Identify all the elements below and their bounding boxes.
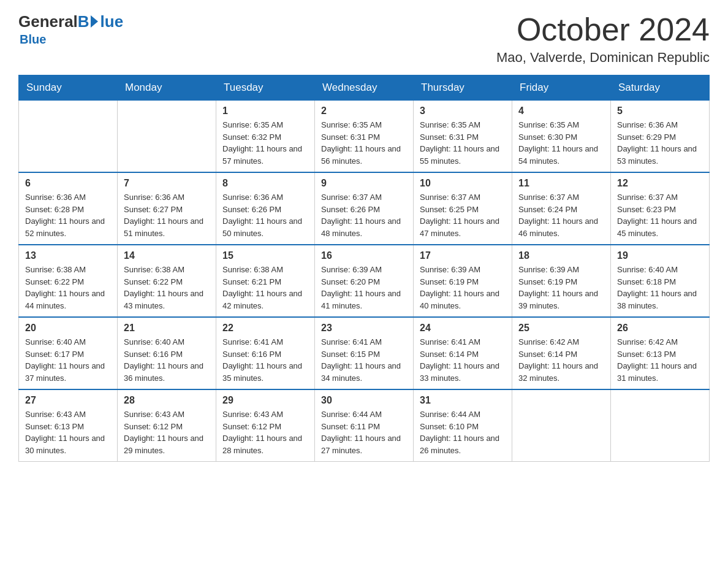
- header-tuesday: Tuesday: [216, 75, 315, 101]
- calendar-cell: 25Sunrise: 6:42 AMSunset: 6:14 PMDayligh…: [512, 317, 611, 389]
- day-number: 28: [124, 395, 210, 406]
- day-number: 20: [25, 323, 111, 334]
- logo-b: B: [78, 12, 89, 31]
- day-info: Sunrise: 6:38 AMSunset: 6:22 PMDaylight:…: [124, 264, 210, 312]
- day-info: Sunrise: 6:35 AMSunset: 6:32 PMDaylight:…: [222, 119, 308, 167]
- day-info: Sunrise: 6:40 AMSunset: 6:17 PMDaylight:…: [25, 336, 111, 384]
- day-info: Sunrise: 6:39 AMSunset: 6:19 PMDaylight:…: [420, 264, 506, 312]
- calendar-cell: 26Sunrise: 6:42 AMSunset: 6:13 PMDayligh…: [611, 317, 710, 389]
- day-number: 11: [518, 178, 604, 189]
- day-number: 9: [321, 178, 407, 189]
- day-number: 29: [222, 395, 308, 406]
- calendar-week-5: 27Sunrise: 6:43 AMSunset: 6:13 PMDayligh…: [19, 389, 710, 462]
- calendar-cell: [118, 101, 216, 173]
- calendar-cell: 1Sunrise: 6:35 AMSunset: 6:32 PMDaylight…: [216, 101, 315, 173]
- day-number: 13: [25, 250, 111, 261]
- day-info: Sunrise: 6:37 AMSunset: 6:23 PMDaylight:…: [617, 191, 703, 239]
- calendar-cell: 31Sunrise: 6:44 AMSunset: 6:10 PMDayligh…: [414, 389, 512, 462]
- day-number: 8: [222, 178, 308, 189]
- calendar-cell: 28Sunrise: 6:43 AMSunset: 6:12 PMDayligh…: [118, 389, 216, 462]
- day-info: Sunrise: 6:44 AMSunset: 6:10 PMDaylight:…: [420, 408, 506, 456]
- calendar-cell: 9Sunrise: 6:37 AMSunset: 6:26 PMDaylight…: [315, 172, 414, 245]
- day-number: 6: [25, 178, 111, 189]
- calendar-cell: [512, 389, 611, 462]
- day-number: 18: [518, 250, 604, 261]
- calendar-cell: 10Sunrise: 6:37 AMSunset: 6:25 PMDayligh…: [414, 172, 512, 245]
- calendar-cell: 11Sunrise: 6:37 AMSunset: 6:24 PMDayligh…: [512, 172, 611, 245]
- calendar-header-row: Sunday Monday Tuesday Wednesday Thursday…: [19, 75, 710, 101]
- calendar-cell: 18Sunrise: 6:39 AMSunset: 6:19 PMDayligh…: [512, 245, 611, 317]
- calendar-cell: 12Sunrise: 6:37 AMSunset: 6:23 PMDayligh…: [611, 172, 710, 245]
- calendar-cell: 7Sunrise: 6:36 AMSunset: 6:27 PMDaylight…: [118, 172, 216, 245]
- day-info: Sunrise: 6:40 AMSunset: 6:16 PMDaylight:…: [124, 336, 210, 384]
- logo: General B lue Blue: [18, 12, 123, 47]
- day-info: Sunrise: 6:41 AMSunset: 6:14 PMDaylight:…: [420, 336, 506, 384]
- day-info: Sunrise: 6:37 AMSunset: 6:26 PMDaylight:…: [321, 191, 407, 239]
- day-number: 7: [124, 178, 210, 189]
- day-info: Sunrise: 6:39 AMSunset: 6:20 PMDaylight:…: [321, 264, 407, 312]
- header-friday: Friday: [512, 75, 611, 101]
- page-header: General B lue Blue October 2024 Mao, Val…: [18, 12, 710, 66]
- logo-blue-word: lue: [100, 12, 124, 31]
- day-info: Sunrise: 6:36 AMSunset: 6:26 PMDaylight:…: [222, 191, 308, 239]
- day-info: Sunrise: 6:42 AMSunset: 6:13 PMDaylight:…: [617, 336, 703, 384]
- calendar-cell: 22Sunrise: 6:41 AMSunset: 6:16 PMDayligh…: [216, 317, 315, 389]
- day-number: 10: [420, 178, 506, 189]
- day-number: 15: [222, 250, 308, 261]
- header-sunday: Sunday: [19, 75, 118, 101]
- logo-arrow-icon: [91, 15, 98, 28]
- day-info: Sunrise: 6:35 AMSunset: 6:31 PMDaylight:…: [321, 119, 407, 167]
- day-info: Sunrise: 6:42 AMSunset: 6:14 PMDaylight:…: [518, 336, 604, 384]
- day-info: Sunrise: 6:43 AMSunset: 6:12 PMDaylight:…: [124, 408, 210, 456]
- day-info: Sunrise: 6:40 AMSunset: 6:18 PMDaylight:…: [617, 264, 703, 312]
- day-info: Sunrise: 6:35 AMSunset: 6:30 PMDaylight:…: [518, 119, 604, 167]
- calendar-cell: 5Sunrise: 6:36 AMSunset: 6:29 PMDaylight…: [611, 101, 710, 173]
- calendar-cell: 17Sunrise: 6:39 AMSunset: 6:19 PMDayligh…: [414, 245, 512, 317]
- day-number: 5: [617, 105, 703, 117]
- day-number: 21: [124, 323, 210, 334]
- calendar-cell: 4Sunrise: 6:35 AMSunset: 6:30 PMDaylight…: [512, 101, 611, 173]
- day-info: Sunrise: 6:36 AMSunset: 6:27 PMDaylight:…: [124, 191, 210, 239]
- calendar-cell: 27Sunrise: 6:43 AMSunset: 6:13 PMDayligh…: [19, 389, 118, 462]
- day-number: 12: [617, 178, 703, 189]
- header-saturday: Saturday: [611, 75, 710, 101]
- day-number: 2: [321, 105, 407, 117]
- calendar-cell: 20Sunrise: 6:40 AMSunset: 6:17 PMDayligh…: [19, 317, 118, 389]
- day-info: Sunrise: 6:37 AMSunset: 6:25 PMDaylight:…: [420, 191, 506, 239]
- calendar-cell: [19, 101, 118, 173]
- day-info: Sunrise: 6:36 AMSunset: 6:28 PMDaylight:…: [25, 191, 111, 239]
- calendar-cell: 13Sunrise: 6:38 AMSunset: 6:22 PMDayligh…: [19, 245, 118, 317]
- day-number: 1: [222, 105, 308, 117]
- calendar-cell: 2Sunrise: 6:35 AMSunset: 6:31 PMDaylight…: [315, 101, 414, 173]
- day-info: Sunrise: 6:44 AMSunset: 6:11 PMDaylight:…: [321, 408, 407, 456]
- calendar-week-4: 20Sunrise: 6:40 AMSunset: 6:17 PMDayligh…: [19, 317, 710, 389]
- day-info: Sunrise: 6:36 AMSunset: 6:29 PMDaylight:…: [617, 119, 703, 167]
- day-number: 23: [321, 323, 407, 334]
- calendar-cell: 3Sunrise: 6:35 AMSunset: 6:31 PMDaylight…: [414, 101, 512, 173]
- calendar-week-3: 13Sunrise: 6:38 AMSunset: 6:22 PMDayligh…: [19, 245, 710, 317]
- day-number: 27: [25, 395, 111, 406]
- calendar-cell: 14Sunrise: 6:38 AMSunset: 6:22 PMDayligh…: [118, 245, 216, 317]
- day-number: 4: [518, 105, 604, 117]
- day-info: Sunrise: 6:38 AMSunset: 6:22 PMDaylight:…: [25, 264, 111, 312]
- calendar-cell: 15Sunrise: 6:38 AMSunset: 6:21 PMDayligh…: [216, 245, 315, 317]
- header-monday: Monday: [118, 75, 216, 101]
- day-number: 17: [420, 250, 506, 261]
- day-info: Sunrise: 6:37 AMSunset: 6:24 PMDaylight:…: [518, 191, 604, 239]
- day-info: Sunrise: 6:43 AMSunset: 6:12 PMDaylight:…: [222, 408, 308, 456]
- calendar-cell: 24Sunrise: 6:41 AMSunset: 6:14 PMDayligh…: [414, 317, 512, 389]
- day-number: 25: [518, 323, 604, 334]
- month-year-title: October 2024: [496, 12, 710, 47]
- title-area: October 2024 Mao, Valverde, Dominican Re…: [496, 12, 710, 66]
- calendar-cell: 21Sunrise: 6:40 AMSunset: 6:16 PMDayligh…: [118, 317, 216, 389]
- day-number: 30: [321, 395, 407, 406]
- day-info: Sunrise: 6:38 AMSunset: 6:21 PMDaylight:…: [222, 264, 308, 312]
- header-wednesday: Wednesday: [315, 75, 414, 101]
- logo-blue-label: Blue: [20, 33, 46, 46]
- day-info: Sunrise: 6:43 AMSunset: 6:13 PMDaylight:…: [25, 408, 111, 456]
- day-number: 31: [420, 395, 506, 406]
- calendar-cell: 6Sunrise: 6:36 AMSunset: 6:28 PMDaylight…: [19, 172, 118, 245]
- day-number: 19: [617, 250, 703, 261]
- day-info: Sunrise: 6:35 AMSunset: 6:31 PMDaylight:…: [420, 119, 506, 167]
- day-info: Sunrise: 6:41 AMSunset: 6:15 PMDaylight:…: [321, 336, 407, 384]
